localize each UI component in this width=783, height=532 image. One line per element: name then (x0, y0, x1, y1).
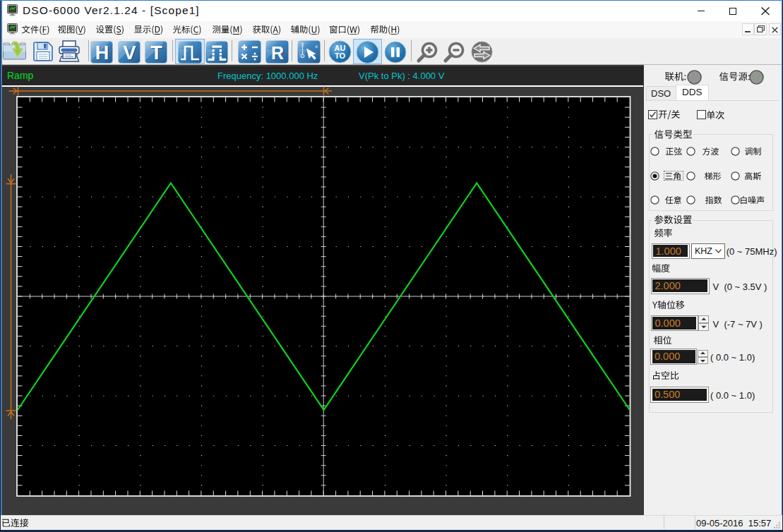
svg-text:TO: TO (335, 51, 346, 59)
svg-text:V: V (123, 42, 136, 63)
svg-text:H: H (95, 42, 109, 63)
svg-text:R: R (270, 42, 283, 62)
svg-text:T: T (150, 42, 162, 63)
